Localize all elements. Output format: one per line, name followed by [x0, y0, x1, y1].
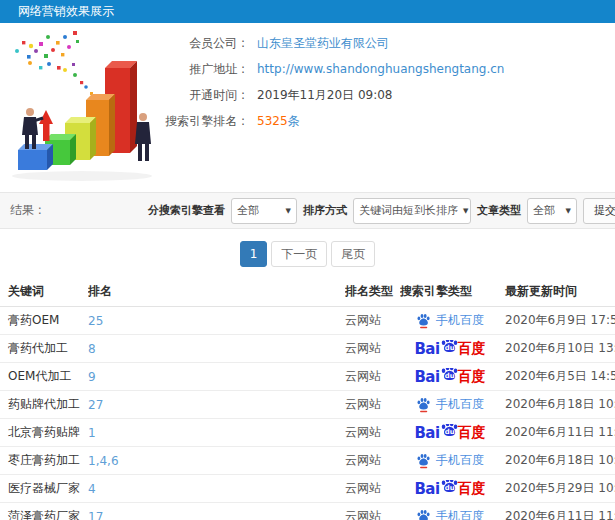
table-row: OEM代加工 9 云网站 Bai du 百度 2020年6月5日 14:57 — [0, 363, 615, 391]
baidu-paw-icon: du — [439, 368, 460, 385]
sort-filter-value: 关键词由短到长排序 — [359, 203, 458, 218]
keyword-cell: 药贴牌代加工 — [0, 396, 88, 413]
col-header-rank: 排名 — [88, 283, 345, 300]
svg-text:du: du — [444, 344, 454, 352]
svg-text:du: du — [444, 372, 454, 380]
engine-cell: Bai du 百度 — [400, 424, 500, 442]
table-body: 膏药OEM 25 云网站 手机百度 2020年6月9日 17:50 膏药代加工 … — [0, 307, 615, 520]
next-page-button[interactable]: 下一页 — [271, 241, 327, 267]
engine-mobile-baidu: 手机百度 — [416, 396, 484, 413]
rank-type-cell: 云网站 — [345, 480, 400, 497]
engine-mobile-baidu: 手机百度 — [416, 452, 484, 469]
titlebar: 网络营销效果展示 — [0, 0, 615, 23]
updated-cell: 2020年6月5日 14:57 — [500, 368, 615, 385]
engine-baidu-logo: Bai du 百度 — [414, 480, 485, 498]
engine-mobile-baidu: 手机百度 — [416, 312, 484, 329]
engine-filter-value: 全部 — [237, 203, 259, 218]
rank-link[interactable]: 1,4,6 — [88, 454, 119, 468]
engine-label: 手机百度 — [436, 508, 484, 520]
rank-type-cell: 云网站 — [345, 312, 400, 329]
baidu-paw-icon — [416, 312, 431, 329]
filter-bar: 结果 : 分搜索引擎查看 全部 ▼ 排序方式 关键词由短到长排序 ▼ 文章类型 … — [0, 192, 615, 229]
keyword-cell: 枣庄膏药加工 — [0, 452, 88, 469]
rank-type-cell: 云网站 — [345, 424, 400, 441]
keyword-cell: 北京膏药贴牌 — [0, 424, 88, 441]
svg-text:du: du — [444, 428, 454, 436]
rank-link[interactable]: 1 — [88, 426, 96, 440]
engine-cell: 手机百度 — [400, 312, 500, 329]
updated-cell: 2020年6月10日 13:40 — [500, 340, 615, 357]
page-button-current[interactable]: 1 — [240, 241, 268, 267]
keyword-cell: 膏药代加工 — [0, 340, 88, 357]
article-type-value: 全部 — [533, 203, 555, 218]
rank-count-unit: 条 — [288, 114, 300, 128]
rank-cell: 9 — [88, 370, 345, 384]
info-row-url: 推广地址 : http://www.shandonghuangshengtang… — [85, 56, 610, 82]
engine-filter-label: 分搜索引擎查看 — [148, 203, 225, 218]
rank-cell: 1,4,6 — [88, 454, 345, 468]
company-link[interactable]: 山东皇圣堂药业有限公司 — [257, 35, 389, 52]
table-row: 膏药OEM 25 云网站 手机百度 2020年6月9日 17:50 — [0, 307, 615, 335]
baidu-paw-icon — [416, 396, 431, 413]
sort-filter-select[interactable]: 关键词由短到长排序 ▼ — [353, 198, 471, 224]
rank-type-cell: 云网站 — [345, 396, 400, 413]
engine-mobile-baidu: 手机百度 — [416, 508, 484, 520]
keyword-cell: 膏药OEM — [0, 312, 88, 329]
baidu-logo-bai: Bai — [414, 480, 439, 498]
businessman-left — [22, 108, 44, 149]
result-label: 结果 : — [10, 202, 42, 219]
rank-cell: 17 — [88, 510, 345, 520]
engine-label: 手机百度 — [436, 396, 484, 413]
baidu-logo-bai: Bai — [414, 340, 439, 358]
col-header-updated: 最新更新时间 — [500, 283, 615, 300]
rank-cell: 4 — [88, 482, 345, 496]
submit-button[interactable]: 提交 — [583, 198, 615, 224]
promo-url-label: 推广地址 : — [85, 61, 245, 78]
table-row: 药贴牌代加工 27 云网站 手机百度 2020年6月18日 10:25 — [0, 391, 615, 419]
col-header-rank-type: 排名类型 — [345, 283, 400, 300]
rank-count-label: 搜索引擎排名 : — [85, 113, 245, 130]
rank-link[interactable]: 25 — [88, 314, 103, 328]
article-type-select[interactable]: 全部 ▼ — [527, 198, 577, 224]
opened-value: 2019年11月20日 09:08 — [257, 87, 392, 104]
updated-cell: 2020年6月11日 11:18 — [500, 424, 615, 441]
table-row: 枣庄膏药加工 1,4,6 云网站 手机百度 2020年6月18日 10:19 — [0, 447, 615, 475]
promo-url-link[interactable]: http://www.shandonghuangshengtang.cn — [257, 62, 504, 76]
keyword-cell: 医疗器械厂家 — [0, 480, 88, 497]
rank-type-cell: 云网站 — [345, 340, 400, 357]
rank-cell: 25 — [88, 314, 345, 328]
caret-down-icon: ▼ — [463, 207, 468, 215]
baidu-paw-icon: du — [439, 480, 460, 497]
info-row-company: 会员公司 : 山东皇圣堂药业有限公司 — [85, 30, 610, 56]
keyword-cell: 菏泽膏药厂家 — [0, 508, 88, 520]
rank-link[interactable]: 27 — [88, 398, 103, 412]
engine-filter-select[interactable]: 全部 ▼ — [231, 198, 297, 224]
engine-cell: 手机百度 — [400, 396, 500, 413]
baidu-logo-bai: Bai — [414, 424, 439, 442]
baidu-paw-icon: du — [439, 424, 460, 441]
last-page-button[interactable]: 尾页 — [331, 241, 375, 267]
rank-link[interactable]: 8 — [88, 342, 96, 356]
rank-type-cell: 云网站 — [345, 508, 400, 520]
rank-link[interactable]: 17 — [88, 510, 103, 520]
rank-link[interactable]: 4 — [88, 482, 96, 496]
rank-link[interactable]: 9 — [88, 370, 96, 384]
engine-baidu-logo: Bai du 百度 — [414, 424, 485, 442]
info-row-opened: 开通时间 : 2019年11月20日 09:08 — [85, 82, 610, 108]
baidu-logo-cn: 百度 — [458, 424, 486, 442]
updated-cell: 2020年6月9日 17:50 — [500, 312, 615, 329]
baidu-paw-icon — [416, 452, 431, 469]
baidu-paw-icon: du — [439, 340, 460, 357]
caret-down-icon: ▼ — [286, 207, 291, 215]
baidu-paw-icon — [416, 508, 431, 520]
rank-type-cell: 云网站 — [345, 452, 400, 469]
rank-cell: 27 — [88, 398, 345, 412]
info-row-rankcount: 搜索引擎排名 : 5325条 — [85, 108, 610, 134]
col-header-keyword: 关键词 — [0, 283, 88, 300]
engine-cell: 手机百度 — [400, 452, 500, 469]
engine-cell: Bai du 百度 — [400, 480, 500, 498]
rank-count-value: 5325条 — [257, 113, 300, 130]
caret-down-icon: ▼ — [566, 207, 571, 215]
rank-cell: 8 — [88, 342, 345, 356]
table-row: 医疗器械厂家 4 云网站 Bai du 百度 2020年5月29日 10:32 — [0, 475, 615, 503]
